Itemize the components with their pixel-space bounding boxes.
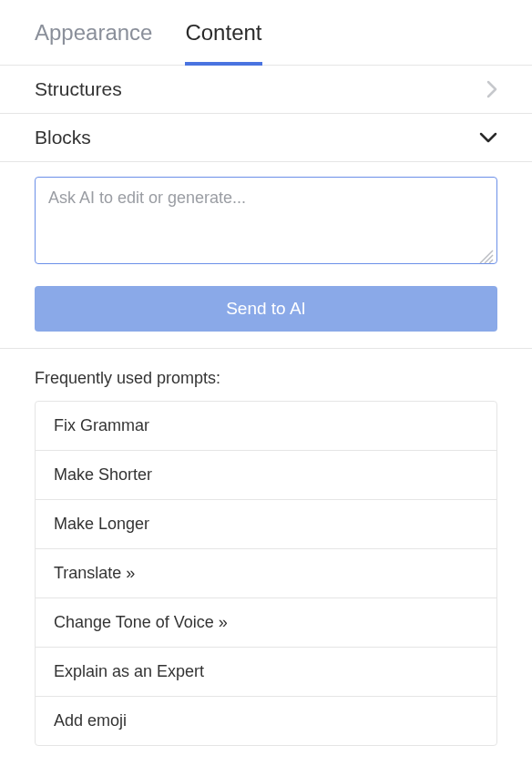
accordion-structures[interactable]: Structures xyxy=(0,66,532,114)
ai-section: Send to AI xyxy=(0,162,532,349)
prompt-item-fix-grammar[interactable]: Fix Grammar xyxy=(36,402,496,451)
ai-prompt-input[interactable] xyxy=(35,177,497,264)
prompt-item-make-shorter[interactable]: Make Shorter xyxy=(36,451,496,500)
chevron-down-icon xyxy=(479,132,497,143)
accordion-blocks-label: Blocks xyxy=(35,127,91,148)
chevron-right-icon xyxy=(486,80,497,98)
prompt-item-make-longer[interactable]: Make Longer xyxy=(36,500,496,549)
prompts-section: Frequently used prompts: Fix Grammar Mak… xyxy=(0,349,532,746)
tabs-bar: Appearance Content xyxy=(0,0,532,66)
tab-appearance[interactable]: Appearance xyxy=(35,0,152,66)
prompt-item-explain-expert[interactable]: Explain as an Expert xyxy=(36,648,496,697)
accordion-structures-label: Structures xyxy=(35,78,122,100)
prompt-item-add-emoji[interactable]: Add emoji xyxy=(36,697,496,745)
prompt-item-change-tone[interactable]: Change Tone of Voice » xyxy=(36,598,496,648)
tab-content[interactable]: Content xyxy=(185,0,261,66)
prompts-list: Fix Grammar Make Shorter Make Longer Tra… xyxy=(35,401,497,746)
prompts-heading: Frequently used prompts: xyxy=(35,369,497,388)
accordion-blocks[interactable]: Blocks xyxy=(0,114,532,162)
send-to-ai-button[interactable]: Send to AI xyxy=(35,286,497,332)
prompt-item-translate[interactable]: Translate » xyxy=(36,549,496,598)
